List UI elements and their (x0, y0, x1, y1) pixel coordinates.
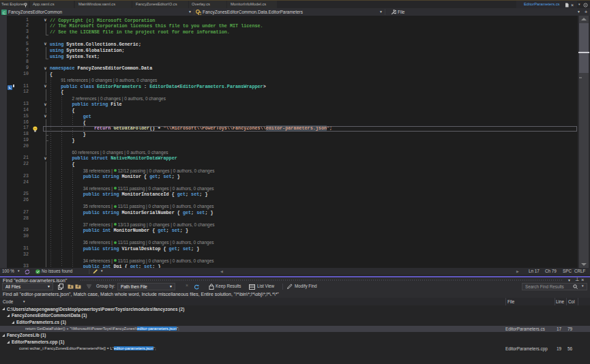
svg-text:C: C (3, 11, 6, 15)
